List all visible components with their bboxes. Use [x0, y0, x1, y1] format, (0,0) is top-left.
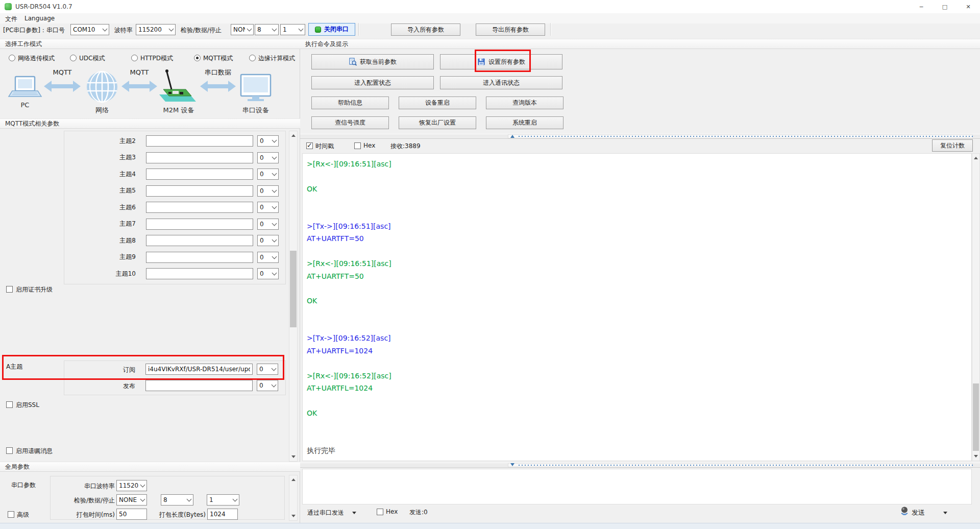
log-line: 执行完毕 — [307, 444, 960, 456]
topic-qos-select[interactable]: 0 — [257, 152, 279, 163]
chevron-down-icon[interactable] — [352, 512, 356, 516]
scroll-up-icon[interactable] — [289, 475, 297, 484]
radio-httpd[interactable] — [131, 55, 138, 61]
maximize-button[interactable]: □ — [933, 0, 957, 13]
import-params-button[interactable]: 导入所有参数 — [391, 23, 460, 36]
mqtt-scrollbar[interactable] — [289, 131, 298, 462]
factory-reset-button[interactable]: 恢复出厂设置 — [399, 116, 476, 129]
baud-label: 波特率 — [114, 26, 133, 35]
send-input-area[interactable] — [302, 469, 972, 504]
log-line — [307, 394, 960, 406]
timestamp-checkbox[interactable] — [306, 142, 313, 149]
databits-select[interactable]: 8 — [255, 24, 279, 35]
advanced-checkbox[interactable] — [8, 511, 14, 518]
serial-arrow-label: 串口数据 — [205, 68, 231, 76]
port-select[interactable]: COM10 — [70, 24, 109, 35]
device-restart-button[interactable]: 设备重启 — [399, 97, 476, 109]
subscribe-topic-input[interactable] — [145, 364, 253, 375]
topic-qos-select[interactable]: 0 — [257, 169, 279, 180]
receive-log[interactable]: >[Rx<-][09:16:51][asc] OK >[Tx->][09:16:… — [302, 153, 972, 461]
topic-qos-select[interactable]: 0 — [257, 202, 279, 213]
topic-input[interactable] — [146, 169, 253, 180]
topic-qos-select[interactable]: 0 — [257, 252, 279, 263]
close-serial-button[interactable]: 关闭串口 — [308, 23, 355, 36]
packlen-input[interactable] — [207, 509, 238, 520]
topic-input[interactable] — [146, 185, 253, 197]
set-params-button[interactable]: 设置所有参数 — [440, 54, 562, 69]
will-message-checkbox[interactable] — [6, 447, 13, 454]
scrollbar-thumb[interactable] — [973, 383, 979, 451]
ssl-label: 启用SSL — [16, 401, 39, 410]
window-bottom-strip — [0, 523, 980, 529]
stopbits-select[interactable]: 1 — [280, 24, 305, 35]
signal-strength-button[interactable]: 查信号强度 — [311, 116, 389, 129]
topic-row: 主题5 0 — [64, 183, 285, 200]
topic-input[interactable] — [146, 219, 253, 230]
log-scrollbar[interactable] — [972, 153, 980, 461]
topic-qos-select[interactable]: 0 — [257, 135, 279, 147]
help-button[interactable]: 帮助信息 — [311, 97, 389, 109]
packtime-input[interactable] — [116, 509, 147, 520]
global-parity-select[interactable]: NONE — [116, 494, 147, 506]
topic-input[interactable] — [146, 235, 253, 246]
topic-input[interactable] — [146, 268, 253, 279]
send-button[interactable]: 发送 — [912, 508, 925, 517]
reset-count-button[interactable]: 复位计数 — [932, 139, 973, 152]
splitter-collapse-icon[interactable] — [510, 133, 514, 138]
horizontal-splitter[interactable] — [300, 463, 980, 468]
scroll-down-icon[interactable] — [972, 452, 979, 461]
splitter-collapse-icon[interactable] — [510, 463, 514, 468]
enter-comm-label: 进入通讯状态 — [483, 79, 520, 87]
radio-udc[interactable] — [70, 55, 77, 61]
global-databits-select[interactable]: 8 — [161, 494, 193, 506]
factory-reset-label: 恢复出厂设置 — [419, 118, 456, 127]
cert-upgrade-checkbox[interactable] — [6, 286, 13, 293]
radio-edge[interactable] — [249, 55, 256, 61]
subscribe-qos-select[interactable]: 0 — [257, 364, 278, 375]
topic-input[interactable] — [146, 252, 253, 263]
horizontal-splitter[interactable] — [300, 134, 980, 139]
topic-qos-select[interactable]: 0 — [257, 219, 279, 230]
left-panel: 选择工作模式 网络透传模式 UDC模式 HTTPD模式 MQTT模式 边缘计算模… — [0, 39, 300, 529]
export-params-button[interactable]: 导出所有参数 — [476, 23, 545, 36]
enter-comm-button[interactable]: 进入通讯状态 — [440, 76, 562, 89]
parity-select[interactable]: NONE — [231, 24, 254, 35]
menu-language[interactable]: Language — [24, 15, 55, 22]
device-restart-label: 设备重启 — [425, 99, 450, 107]
radio-mqtt[interactable] — [194, 55, 201, 61]
enter-config-button[interactable]: 进入配置状态 — [311, 76, 434, 89]
topic-qos-select[interactable]: 0 — [257, 268, 279, 279]
chevron-down-icon — [138, 495, 146, 505]
get-params-button[interactable]: 获取当前参数 — [311, 54, 434, 69]
system-restart-button[interactable]: 系统重启 — [486, 116, 564, 129]
scrollbar-thumb[interactable] — [290, 251, 297, 327]
topic-qos-select[interactable]: 0 — [257, 235, 279, 246]
publish-topic-input[interactable] — [145, 380, 253, 391]
baud-select[interactable]: 115200 — [136, 24, 176, 35]
send-icon[interactable] — [900, 506, 909, 515]
rx-hex-checkbox[interactable] — [354, 142, 361, 149]
global-stopbits-select[interactable]: 1 — [207, 494, 239, 506]
topic-label: 主题4 — [64, 170, 136, 179]
radio-net-transparent[interactable] — [9, 55, 15, 61]
topic-qos-select[interactable]: 0 — [257, 185, 279, 197]
chevron-down-icon[interactable] — [943, 512, 947, 516]
query-version-button[interactable]: 查询版本 — [486, 97, 564, 109]
minimize-button[interactable]: ─ — [910, 0, 933, 13]
ssl-checkbox[interactable] — [6, 401, 13, 408]
topic-input[interactable] — [146, 152, 253, 163]
global-baud-select[interactable]: 115200 — [116, 480, 147, 491]
scroll-up-icon[interactable] — [289, 131, 297, 139]
scroll-up-icon[interactable] — [972, 154, 979, 162]
serial-open-icon — [315, 27, 321, 33]
tx-hex-checkbox[interactable] — [377, 509, 383, 515]
topic-input[interactable] — [146, 135, 253, 147]
publish-qos-select[interactable]: 0 — [257, 380, 278, 391]
close-button[interactable]: ✕ — [957, 0, 980, 13]
network-label: 网络 — [95, 106, 109, 114]
global-scrollbar[interactable] — [289, 475, 298, 521]
topic-input[interactable] — [146, 202, 253, 213]
scroll-down-icon[interactable] — [289, 512, 297, 520]
send-via-dropdown[interactable]: 通过串口发送 — [307, 509, 344, 517]
scroll-down-icon[interactable] — [289, 453, 297, 461]
